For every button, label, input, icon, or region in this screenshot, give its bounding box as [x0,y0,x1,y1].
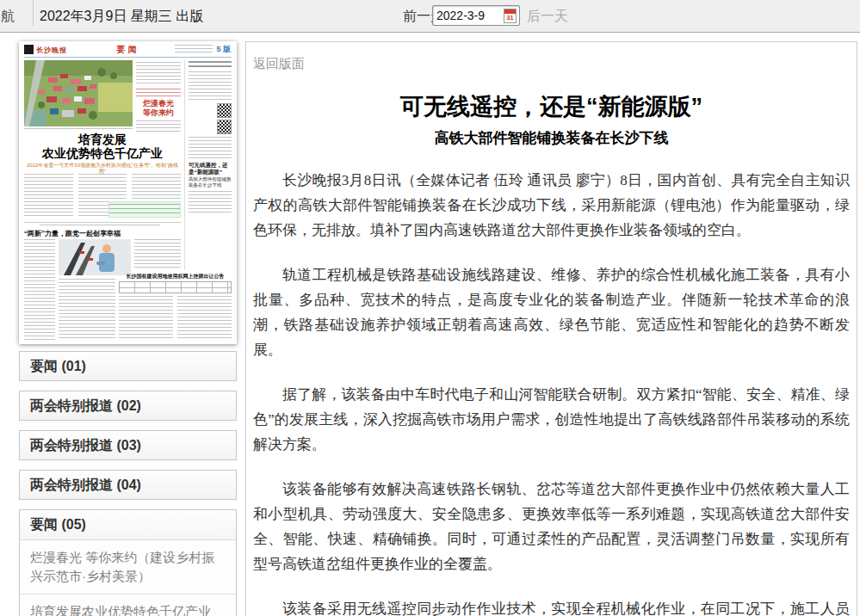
article-paragraph: 该装备能够有效解决高速铁路长钢轨、岔芯等道岔大部件更换作业中仍然依赖大量人工和小… [253,477,850,576]
mini-headline-placeholder [189,61,232,69]
text-lines-placeholder [175,45,213,53]
notice-text-columns [119,296,232,341]
next-day-link-disabled: 后一天 [527,8,568,26]
notice-grid [119,281,232,293]
thumb-subhead-1: 2022年省委一号文件33项措施为乡村振兴细化“任务书”、绘制“路线图” [26,163,179,175]
text-lines-placeholder [59,279,115,341]
highlight-title-line1: 烂漫春光 [136,99,181,108]
top-toolbar: 航 2022年3月9日 星期三 出版 前一天 31 后一天 [0,0,860,33]
sidebar-article-link[interactable]: 培育发展农业优势特色千亿产业 [20,594,236,616]
worker-photo [59,239,131,275]
inline-ad-banner [108,201,181,218]
text-lines-placeholder [177,296,232,341]
photo-caption-placeholder [24,128,133,132]
article-paragraph: 该装备采用无线遥控同步动作作业技术，实现全程机械化作业，在同工况下，施工人员较行… [253,596,850,616]
publish-date-text: 2022年3月9日 星期三 出版 [40,8,203,26]
sidebar-article-link[interactable]: 烂漫春光 等你来约（建设乡村振兴示范市·乡村美景） [20,540,236,594]
thumb-page-number: 5 版 [216,44,231,55]
sidebar-section-yaowen-05[interactable]: 要闻 (05) [20,510,236,540]
text-lines-placeholder [136,120,181,134]
sidebar-section-lianghui-03[interactable]: 两会特别报道 (03) [19,430,237,460]
text-lines-placeholder [134,239,181,270]
article-title: 可无线遥控，还是“新能源版” [253,91,850,122]
nav-partial-text[interactable]: 航 [1,8,15,26]
text-lines-placeholder [24,239,55,341]
sidebar-section-lianghui-02[interactable]: 两会特别报道 (02) [19,391,237,421]
thumb-headline-2: “两新”力量，跟党一起创享幸福 [24,230,138,237]
qr-code [217,103,232,118]
text-lines-placeholder [189,137,232,159]
column-divider [184,60,185,270]
highlight-title-line2: 等你来约 [136,108,181,118]
section-divider [24,222,181,223]
text-lines-placeholder [189,191,232,213]
mini-article-subtitle: 高铁大部件智能铺换装备在长沙下线 [189,176,232,188]
sidebar-section-yaowen-01[interactable]: 要闻 (01) [19,351,237,381]
article-paragraph: 长沙晚报3月8日讯（全媒体记者 伍玲 通讯员 廖宁）8日，国内首创、具有完全自主… [253,168,850,243]
public-notice-table: 长沙国有建设用地使用权网上挂牌出让公告 [119,273,232,341]
sidebar-section-lianghui-04[interactable]: 两会特别报道 (04) [19,470,237,500]
text-lines-placeholder [189,71,232,101]
notice-title: 长沙国有建设用地使用权网上挂牌出让公告 [119,273,232,280]
qr-code [217,120,232,134]
mini-article-title: 可无线遥控，还是“新能源版” [189,162,232,176]
calendar-icon[interactable]: 31 [504,9,517,23]
article-paragraph: 轨道工程机械是铁路基础设施线路建设、维修、养护的综合性机械化施工装备，具有小批量… [253,262,850,362]
toolbar-divider [33,0,34,26]
date-input[interactable] [436,8,498,23]
article-panel: 返回版面 可无线遥控，还是“新能源版” 高铁大部件智能铺换装备在长沙下线 长沙晚… [245,41,857,616]
article-subtitle: 高铁大部件智能铺换装备在长沙下线 [253,128,850,148]
sidebar: 长沙晚报 要闻 5 版 [19,41,237,616]
text-lines-placeholder [136,89,181,97]
thumb-headline-1-line2: 农业优势特色千亿产业 [24,147,181,161]
thumb-headline-1-line1: 培育发展 [24,133,181,147]
text-lines-placeholder [24,174,73,219]
page-thumbnail[interactable]: 长沙晚报 要闻 5 版 [19,41,237,344]
text-lines-placeholder [119,296,173,341]
date-picker-box[interactable]: 31 [432,5,520,26]
village-aerial-photo [24,60,133,126]
calendar-icon-day: 31 [504,14,516,22]
sidebar-section-yaowen-05-box: 要闻 (05) 烂漫春光 等你来约（建设乡村振兴示范市·乡村美景） 培育发展农业… [19,509,237,616]
thumb-headline-1: 培育发展 农业优势特色千亿产业 [24,133,181,161]
masthead-rule [24,57,232,58]
thumb-right-column: 可无线遥控，还是“新能源版” 高铁大部件智能铺换装备在长沙下线 [189,61,232,213]
article-paragraph: 据了解，该装备由中车时代电子和山河智能联合研制。双方紧扣“智能、安全、精准、绿色… [253,382,850,457]
text-lines-placeholder [136,62,181,86]
article-body: 长沙晚报3月8日讯（全媒体记者 伍玲 通讯员 廖宁）8日，国内首创、具有完全自主… [253,168,850,616]
back-to-page-link[interactable]: 返回版面 [253,56,305,72]
thumb-middle-column: 烂漫春光 等你来约 [136,62,181,134]
kicker-placeholder [40,225,160,228]
